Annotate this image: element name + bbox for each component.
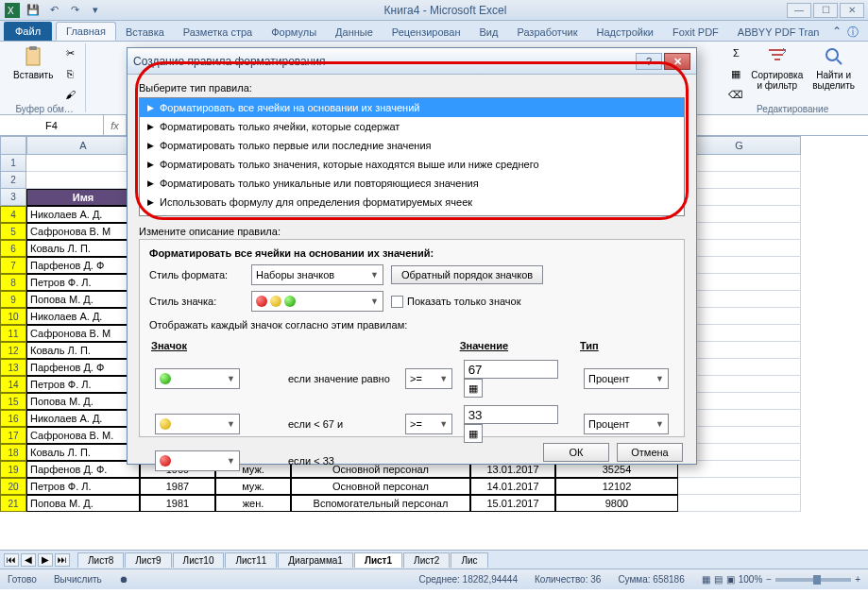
column-header[interactable]: A [26,136,140,155]
sheet-nav-prev[interactable]: ◀ [21,553,36,567]
zoom-level[interactable]: 100% [739,574,763,585]
row-header[interactable]: 6 [0,240,26,257]
reverse-icon-order-button[interactable]: Обратный порядок значков [391,265,543,284]
format-painter-icon[interactable]: 🖌 [60,85,79,104]
row-header[interactable]: 21 [0,495,26,512]
view-normal-icon[interactable]: ▦ [702,574,710,585]
row-header[interactable]: 7 [0,257,26,274]
select-all-corner[interactable] [0,136,26,155]
cell[interactable]: 9800 [555,495,678,512]
show-icon-only-checkbox[interactable]: Показать только значок [391,296,521,308]
sheet-tab[interactable]: Лист9 [125,552,171,568]
sheet-nav-next[interactable]: ▶ [38,553,53,567]
cell[interactable]: Петров Ф. Л. [26,274,140,291]
rule-type-item[interactable]: ▶Форматировать только ячейки, которые со… [140,117,684,136]
row-header[interactable]: 13 [0,359,26,376]
dialog-close-button[interactable]: ✕ [664,53,690,70]
row-header[interactable]: 8 [0,274,26,291]
fill-icon[interactable]: ▦ [726,64,745,83]
cell[interactable] [678,495,801,512]
sheet-tab[interactable]: Лист11 [225,552,277,568]
cell[interactable]: Попова М. Д. [26,495,140,512]
cell[interactable]: Николаев А. Д. [26,410,140,427]
cell[interactable]: жен. [215,495,291,512]
undo-icon[interactable]: ↶ [45,2,62,19]
zoom-out-icon[interactable]: − [766,574,772,585]
name-box[interactable]: F4 [0,115,104,135]
cell[interactable]: 1981 [140,495,215,512]
operator-combo[interactable]: >=▼ [405,414,452,434]
cell[interactable]: Николаев А. Д. [26,308,140,325]
find-select-button[interactable]: Найти и выделить [808,43,859,104]
rule-type-item[interactable]: ▶Форматировать только значения, которые … [140,155,684,174]
sheet-nav-last[interactable]: ⏭ [55,553,70,567]
sheet-tab[interactable]: Лист1 [354,552,402,568]
row-header[interactable]: 11 [0,325,26,342]
ok-button[interactable]: ОК [543,443,609,462]
value-input[interactable] [464,405,558,424]
rule-type-item[interactable]: ▶Использовать формулу для определения фо… [140,193,684,212]
cell[interactable]: 14.01.2017 [470,478,555,495]
icon-style-combo[interactable]: ▼ [251,291,383,312]
dialog-help-button[interactable]: ? [636,53,662,70]
cell[interactable]: Вспомогательный персонал [291,495,470,512]
type-combo[interactable]: Процент▼ [584,414,669,434]
cell[interactable]: Коваль Л. П. [26,342,140,359]
cell[interactable]: Николаев А. Д. [26,206,140,223]
ribbon-tab[interactable]: Рецензирован [383,24,470,41]
row-header[interactable]: 18 [0,444,26,461]
row-header[interactable]: 5 [0,223,26,240]
row-header[interactable]: 3 [0,189,26,206]
cell[interactable]: Сафронова В. М. [26,427,140,444]
zoom-slider[interactable] [775,578,851,582]
cell[interactable]: Парфенов Д. Ф. [26,461,140,478]
ribbon-tab[interactable]: Данные [326,24,383,41]
cell[interactable] [26,172,140,189]
cell[interactable]: 12102 [555,478,678,495]
type-combo[interactable]: Процент▼ [584,368,669,389]
sheet-nav-first[interactable]: ⏮ [4,553,19,567]
icon-select-combo[interactable]: ▼ [155,368,240,389]
cancel-button[interactable]: Отмена [617,443,683,462]
view-layout-icon[interactable]: ▤ [714,574,723,585]
cell[interactable]: 15.01.2017 [470,495,555,512]
rule-type-item[interactable]: ▶Форматировать только первые или последн… [140,136,684,155]
row-header[interactable]: 1 [0,155,26,172]
paste-button[interactable]: Вставить [9,43,57,104]
range-select-icon[interactable]: ▦ [464,379,483,398]
cell[interactable]: 1987 [140,478,215,495]
autosum-icon[interactable]: Σ [726,43,745,62]
cell[interactable]: Парфенов Д. Ф [26,257,140,274]
cell[interactable]: Основной персонал [291,478,470,495]
rule-type-item[interactable]: ▶Форматировать только уникальные или пов… [140,174,684,193]
dialog-titlebar[interactable]: Создание правила форматирования ? ✕ [128,48,696,75]
cell[interactable]: муж. [215,478,291,495]
clear-icon[interactable]: ⌫ [726,85,745,104]
operator-combo[interactable]: >=▼ [405,368,452,389]
maximize-button[interactable]: ☐ [813,3,838,18]
value-input[interactable] [464,360,558,379]
table-header-cell[interactable]: Имя [26,189,140,206]
ribbon-tab[interactable]: Разметка стра [174,24,262,41]
cell[interactable] [26,155,140,172]
zoom-in-icon[interactable]: + [855,574,860,585]
cell[interactable]: Сафронова В. М [26,325,140,342]
cut-icon[interactable]: ✂ [60,43,79,62]
sheet-tab[interactable]: Лис [451,552,487,568]
icon-select-combo[interactable]: ▼ [155,414,240,434]
ribbon-tab[interactable]: Разработчик [507,24,587,41]
cell[interactable]: Коваль Л. П. [26,240,140,257]
ribbon-tab[interactable]: Вид [470,24,508,41]
row-header[interactable]: 14 [0,376,26,393]
ribbon-minimize-icon[interactable]: ⌃ [832,25,842,41]
excel-icon[interactable]: X [4,2,21,19]
cell[interactable] [678,478,801,495]
file-tab[interactable]: Файл [4,22,52,41]
cell[interactable]: Попова М. Д. [26,393,140,410]
row-header[interactable]: 4 [0,206,26,223]
row-header[interactable]: 10 [0,308,26,325]
rule-type-list[interactable]: ▶Форматировать все ячейки на основании и… [139,97,685,216]
row-header[interactable]: 16 [0,410,26,427]
cell[interactable]: Попова М. Д. [26,291,140,308]
ribbon-tab[interactable]: Формулы [262,24,326,41]
